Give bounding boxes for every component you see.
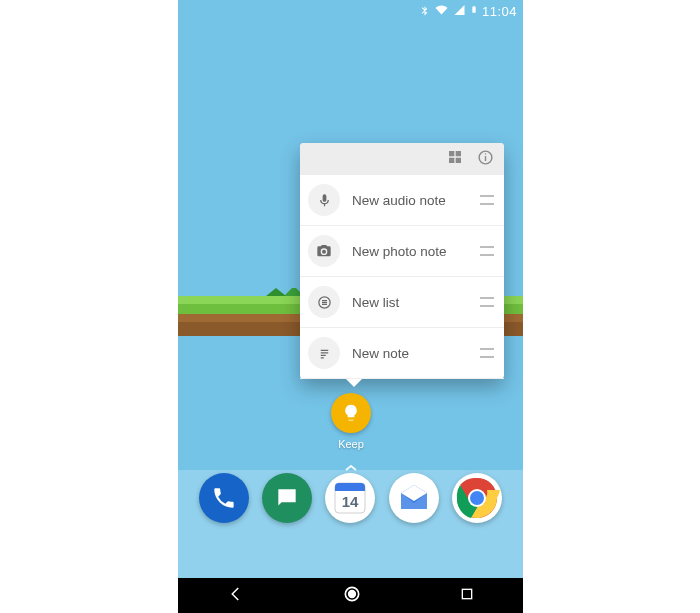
phone-screen: 11:04 <box>178 0 523 613</box>
nav-home[interactable] <box>342 584 362 608</box>
status-bar: 11:04 <box>178 0 523 22</box>
popup-pointer <box>346 379 362 387</box>
svg-marker-4 <box>266 288 286 296</box>
svg-point-27 <box>348 590 355 597</box>
app-label: Keep <box>331 438 371 450</box>
shortcut-label: New photo note <box>352 244 480 259</box>
shortcut-new-audio-note[interactable]: New audio note <box>300 175 504 226</box>
svg-rect-19 <box>335 487 365 491</box>
nav-bar <box>178 578 523 613</box>
shortcut-label: New audio note <box>352 193 480 208</box>
nav-back[interactable] <box>227 585 245 607</box>
app-shortcuts-popup: New audio note New photo note New list <box>300 143 504 379</box>
shortcut-new-note[interactable]: New note <box>300 328 504 379</box>
drag-handle-icon[interactable] <box>480 195 494 205</box>
mic-icon <box>308 184 340 216</box>
info-icon[interactable] <box>477 149 494 170</box>
widgets-icon[interactable] <box>447 149 463 169</box>
shortcut-label: New list <box>352 295 480 310</box>
signal-icon <box>453 4 466 19</box>
bluetooth-icon <box>419 3 430 20</box>
note-icon <box>308 337 340 369</box>
calendar-day: 14 <box>342 493 359 510</box>
shortcut-new-photo-note[interactable]: New photo note <box>300 226 504 277</box>
app-phone[interactable] <box>199 473 249 523</box>
wifi-icon <box>434 4 449 19</box>
drag-handle-icon[interactable] <box>480 297 494 307</box>
app-chrome[interactable] <box>452 473 502 523</box>
shortcut-new-list[interactable]: New list <box>300 277 504 328</box>
shortcut-label: New note <box>352 346 480 361</box>
nav-recents[interactable] <box>459 586 475 606</box>
status-clock: 11:04 <box>482 4 517 19</box>
svg-point-8 <box>485 153 486 154</box>
app-messages[interactable] <box>262 473 312 523</box>
drag-handle-icon[interactable] <box>480 348 494 358</box>
camera-icon <box>308 235 340 267</box>
battery-icon <box>470 3 478 19</box>
svg-point-25 <box>470 491 484 505</box>
list-icon <box>308 286 340 318</box>
popup-header <box>300 143 504 175</box>
app-keep[interactable]: Keep <box>331 393 371 450</box>
app-calendar[interactable]: 14 <box>325 473 375 523</box>
app-inbox[interactable] <box>389 473 439 523</box>
drag-handle-icon[interactable] <box>480 246 494 256</box>
keep-icon <box>331 393 371 433</box>
dock: 14 <box>178 470 523 578</box>
svg-rect-28 <box>462 589 471 598</box>
